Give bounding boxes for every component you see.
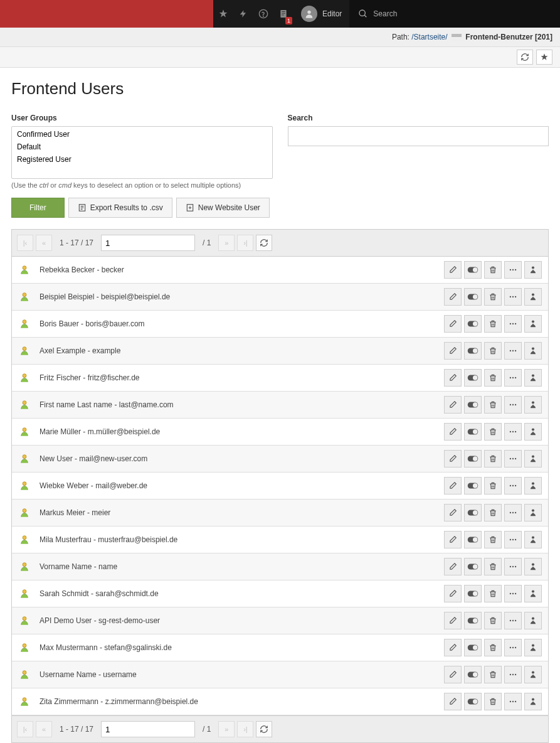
delete-button[interactable]	[484, 693, 502, 710]
switch-user-button[interactable]	[524, 504, 542, 521]
pager-next-icon[interactable]: »	[218, 721, 235, 737]
lightning-icon[interactable]	[233, 0, 253, 28]
more-button[interactable]	[504, 288, 522, 306]
toggle-button[interactable]	[464, 477, 482, 494]
pager-first-icon[interactable]: |‹	[17, 721, 33, 737]
breadcrumb-root[interactable]: /Startseite/	[411, 33, 447, 41]
switch-user-button[interactable]	[524, 288, 542, 306]
edit-button[interactable]	[444, 423, 462, 441]
edit-button[interactable]	[444, 396, 462, 414]
delete-button[interactable]	[484, 423, 502, 441]
more-button[interactable]	[504, 585, 522, 602]
clipboard-icon[interactable]: 1	[273, 0, 293, 28]
more-button[interactable]	[504, 369, 522, 387]
edit-button[interactable]	[444, 558, 462, 575]
switch-user-button[interactable]	[524, 423, 542, 441]
switch-user-button[interactable]	[524, 585, 542, 602]
star-icon[interactable]	[213, 0, 233, 28]
switch-user-button[interactable]	[524, 342, 542, 360]
pager-next-icon[interactable]: »	[218, 235, 235, 251]
more-button[interactable]	[504, 531, 522, 548]
more-button[interactable]	[504, 477, 522, 494]
edit-button[interactable]	[444, 693, 462, 710]
more-button[interactable]	[504, 261, 522, 279]
pager-refresh-icon[interactable]	[256, 721, 272, 737]
pager-page-input[interactable]	[101, 721, 195, 737]
delete-button[interactable]	[484, 639, 502, 656]
bookmark-button[interactable]	[536, 50, 552, 65]
delete-button[interactable]	[484, 531, 502, 548]
pager-prev-icon[interactable]: «	[36, 721, 52, 737]
switch-user-button[interactable]	[524, 693, 542, 710]
toggle-button[interactable]	[464, 288, 482, 306]
delete-button[interactable]	[484, 585, 502, 602]
switch-user-button[interactable]	[524, 531, 542, 548]
more-button[interactable]	[504, 423, 522, 441]
delete-button[interactable]	[484, 315, 502, 333]
refresh-button[interactable]	[517, 50, 533, 65]
switch-user-button[interactable]	[524, 558, 542, 575]
group-option[interactable]: Registered User	[13, 153, 271, 166]
edit-button[interactable]	[444, 504, 462, 521]
toggle-button[interactable]	[464, 693, 482, 710]
toggle-button[interactable]	[464, 450, 482, 468]
pager-prev-icon[interactable]: «	[36, 235, 52, 251]
more-button[interactable]	[504, 315, 522, 333]
toggle-button[interactable]	[464, 369, 482, 387]
group-option[interactable]: Confirmed User	[13, 128, 271, 141]
delete-button[interactable]	[484, 450, 502, 468]
edit-button[interactable]	[444, 288, 462, 306]
edit-button[interactable]	[444, 342, 462, 360]
edit-button[interactable]	[444, 666, 462, 683]
switch-user-button[interactable]	[524, 639, 542, 656]
pager-page-input[interactable]	[101, 235, 195, 251]
more-button[interactable]	[504, 504, 522, 521]
switch-user-button[interactable]	[524, 369, 542, 387]
switch-user-button[interactable]	[524, 396, 542, 414]
edit-button[interactable]	[444, 477, 462, 494]
toggle-button[interactable]	[464, 315, 482, 333]
edit-button[interactable]	[444, 369, 462, 387]
pager-refresh-icon[interactable]	[256, 235, 272, 251]
new-user-button[interactable]: New Website User	[176, 198, 270, 218]
toggle-button[interactable]	[464, 585, 482, 602]
toggle-button[interactable]	[464, 342, 482, 360]
more-button[interactable]	[504, 342, 522, 360]
more-button[interactable]	[504, 396, 522, 414]
filter-button[interactable]: Filter	[11, 198, 65, 218]
toggle-button[interactable]	[464, 504, 482, 521]
switch-user-button[interactable]	[524, 612, 542, 629]
delete-button[interactable]	[484, 612, 502, 629]
delete-button[interactable]	[484, 288, 502, 306]
pager-first-icon[interactable]: |‹	[17, 235, 33, 251]
user-menu[interactable]: Editor	[293, 0, 349, 28]
more-button[interactable]	[504, 612, 522, 629]
more-button[interactable]	[504, 450, 522, 468]
group-option[interactable]: Default	[13, 141, 271, 153]
export-button[interactable]: Export Results to .csv	[68, 198, 172, 218]
toggle-button[interactable]	[464, 558, 482, 575]
edit-button[interactable]	[444, 585, 462, 602]
edit-button[interactable]	[444, 639, 462, 656]
more-button[interactable]	[504, 666, 522, 683]
user-groups-select[interactable]: Confirmed UserDefaultRegistered User	[11, 126, 273, 179]
edit-button[interactable]	[444, 261, 462, 279]
toggle-button[interactable]	[464, 396, 482, 414]
pager-last-icon[interactable]: ›|	[237, 235, 253, 251]
switch-user-button[interactable]	[524, 315, 542, 333]
switch-user-button[interactable]	[524, 450, 542, 468]
more-button[interactable]	[504, 639, 522, 656]
edit-button[interactable]	[444, 531, 462, 548]
toggle-button[interactable]	[464, 639, 482, 656]
delete-button[interactable]	[484, 504, 502, 521]
switch-user-button[interactable]	[524, 666, 542, 683]
toggle-button[interactable]	[464, 612, 482, 629]
edit-button[interactable]	[444, 315, 462, 333]
toggle-button[interactable]	[464, 531, 482, 548]
delete-button[interactable]	[484, 342, 502, 360]
search-input[interactable]	[288, 126, 549, 146]
edit-button[interactable]	[444, 450, 462, 468]
pager-last-icon[interactable]: ›|	[237, 721, 253, 737]
global-search[interactable]: Search	[349, 0, 560, 28]
delete-button[interactable]	[484, 477, 502, 494]
